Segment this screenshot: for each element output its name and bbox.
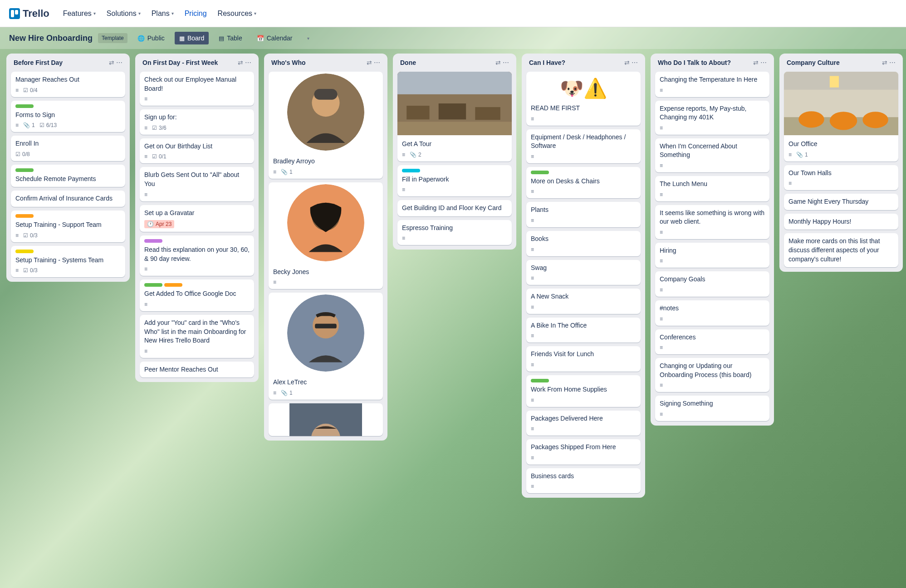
card[interactable]: More on Desks & Chairs ≡ bbox=[526, 167, 641, 199]
card[interactable]: Peer Mentor Reaches Out bbox=[140, 362, 254, 378]
card[interactable]: Alex LeTrec ≡📎 1 bbox=[269, 293, 383, 400]
card[interactable]: Fill in Paperwork ≡ bbox=[397, 165, 512, 197]
card[interactable]: Swag ≡ bbox=[526, 260, 641, 285]
card[interactable]: Read this explanation on your 30, 60, & … bbox=[140, 235, 254, 276]
card[interactable]: A Bike In The Office ≡ bbox=[526, 318, 641, 343]
card[interactable]: Plants ≡ bbox=[526, 202, 641, 227]
more-views-button[interactable]: ▾ bbox=[303, 33, 314, 44]
card[interactable]: Sign up for: ≡☑ 3/6 bbox=[140, 109, 254, 135]
label-yellow[interactable] bbox=[15, 250, 34, 253]
card[interactable] bbox=[269, 403, 383, 436]
card[interactable]: Bradley Arroyo ≡📎 1 bbox=[269, 72, 383, 179]
visibility-button[interactable]: 🌐Public bbox=[133, 32, 169, 44]
description-icon: ≡ bbox=[273, 390, 276, 396]
card[interactable]: The Lunch Menu≡ bbox=[655, 176, 769, 201]
list-actions[interactable]: ⇄⋯ bbox=[238, 59, 251, 66]
card[interactable]: Friends Visit for Lunch ≡ bbox=[526, 346, 641, 372]
card[interactable]: Get Building ID and Floor Key Card bbox=[397, 200, 512, 216]
card[interactable]: Confirm Arrival of Insurance Cards bbox=[11, 191, 125, 207]
card[interactable]: Conferences≡ bbox=[655, 329, 769, 355]
view-board-button[interactable]: ▦Board bbox=[175, 32, 209, 44]
template-badge[interactable]: Template bbox=[98, 33, 127, 43]
card[interactable]: Setup Training - Support Team ≡☑ 0/3 bbox=[11, 211, 125, 242]
card[interactable]: Manager Reaches Out ≡☑ 0/4 bbox=[11, 72, 125, 97]
card[interactable]: Books ≡ bbox=[526, 231, 641, 256]
card[interactable]: Espresso Training ≡ bbox=[397, 220, 512, 245]
card[interactable]: Set up a Gravatar 🕐Apr 23 bbox=[140, 205, 254, 232]
list-talk-to: Who Do I Talk to About? ⇄⋯ Changing the … bbox=[651, 54, 774, 426]
list-title[interactable]: Who's Who bbox=[271, 59, 306, 66]
card[interactable]: Forms to Sign ≡📎 1☑ 6/13 bbox=[11, 101, 125, 132]
card[interactable]: Check out our Employee Manual Board! ≡ bbox=[140, 72, 254, 106]
card[interactable]: Equipment / Desk / Headphones / Software… bbox=[526, 129, 641, 163]
list-title[interactable]: Company Culture bbox=[787, 59, 840, 66]
label-orange[interactable] bbox=[164, 283, 182, 287]
card[interactable]: 🐶⚠️ READ ME FIRST ≡ bbox=[526, 72, 641, 126]
list-title[interactable]: On First Day - First Week bbox=[142, 59, 218, 66]
card[interactable]: Packages Shipped From Here ≡ bbox=[526, 439, 641, 465]
card[interactable]: It seems like something is wrong with ou… bbox=[655, 205, 769, 239]
card-title: Make more cards on this list that discus… bbox=[788, 237, 894, 264]
list-title[interactable]: Done bbox=[400, 59, 416, 66]
card[interactable]: Changing the Temperature In Here≡ bbox=[655, 72, 769, 97]
card[interactable]: #notes≡ bbox=[655, 300, 769, 326]
card-badges: ≡☑ 0/3 bbox=[15, 232, 121, 239]
card[interactable]: Signing Something≡ bbox=[655, 396, 769, 421]
board-title[interactable]: New Hire Onboarding bbox=[9, 34, 93, 43]
label-green[interactable] bbox=[144, 283, 162, 287]
list-actions[interactable]: ⇄⋯ bbox=[882, 59, 896, 66]
card[interactable]: Our Office ≡📎 1 bbox=[784, 72, 898, 162]
list-actions[interactable]: ⇄⋯ bbox=[367, 59, 380, 66]
list-actions[interactable]: ⇄⋯ bbox=[624, 59, 638, 66]
list-title[interactable]: Who Do I Talk to About? bbox=[658, 59, 731, 66]
view-table-button[interactable]: ▤Table bbox=[214, 32, 246, 44]
card[interactable]: Make more cards on this list that discus… bbox=[784, 233, 898, 267]
nav-solutions[interactable]: Solutions▾ bbox=[107, 10, 141, 18]
card[interactable]: Becky Jones ≡ bbox=[269, 182, 383, 289]
card-title: Setup Training - Support Team bbox=[15, 220, 121, 230]
label-green[interactable] bbox=[15, 104, 34, 108]
card[interactable]: Get A Tour ≡📎 2 bbox=[397, 72, 512, 162]
card[interactable]: Our Town Halls ≡ bbox=[784, 165, 898, 191]
list-title[interactable]: Can I Have? bbox=[529, 59, 565, 66]
card[interactable]: Setup Training - Systems Team ≡☑ 0/3 bbox=[11, 246, 125, 278]
card[interactable]: Schedule Remote Payments bbox=[11, 165, 125, 187]
label-green[interactable] bbox=[531, 171, 549, 174]
logo[interactable]: Trello bbox=[9, 8, 49, 20]
list-title[interactable]: Before First Day bbox=[14, 59, 63, 66]
list-actions[interactable]: ⇄⋯ bbox=[109, 59, 122, 66]
label-green[interactable] bbox=[531, 379, 549, 382]
card[interactable]: Business cards ≡ bbox=[526, 468, 641, 494]
card[interactable]: Add your "You" card in the "Who's Who" l… bbox=[140, 315, 254, 358]
card[interactable]: Get on Our Birthday List ≡☑ 0/1 bbox=[140, 138, 254, 164]
list-actions[interactable]: ⇄⋯ bbox=[495, 59, 509, 66]
card[interactable]: Blurb Gets Sent Out to "All" about You ≡ bbox=[140, 167, 254, 201]
more-icon: ⋯ bbox=[503, 59, 509, 66]
card[interactable]: Get Added To Office Google Doc ≡ bbox=[140, 279, 254, 311]
card[interactable]: Company Goals≡ bbox=[655, 271, 769, 297]
view-calendar-button[interactable]: 📅Calendar bbox=[252, 32, 297, 44]
card[interactable]: When I'm Concerned About Something≡ bbox=[655, 138, 769, 172]
card[interactable]: Expense reports, My Pay-stub, Changing m… bbox=[655, 101, 769, 135]
card[interactable]: Hiring≡ bbox=[655, 243, 769, 268]
card[interactable]: Game Night Every Thursday bbox=[784, 194, 898, 210]
card[interactable]: Work From Home Supplies ≡ bbox=[526, 375, 641, 407]
card[interactable]: Enroll In ☑ 0/8 bbox=[11, 136, 125, 161]
list-actions[interactable]: ⇄⋯ bbox=[753, 59, 767, 66]
list-can-i-have: Can I Have? ⇄⋯ 🐶⚠️ READ ME FIRST ≡ Equip… bbox=[522, 54, 645, 498]
card[interactable]: Changing or Updating our Onboarding Proc… bbox=[655, 358, 769, 392]
label-green[interactable] bbox=[15, 168, 34, 172]
description-icon: ≡ bbox=[531, 362, 534, 368]
card[interactable]: Monthly Happy Hours! bbox=[784, 214, 898, 230]
nav-pricing[interactable]: Pricing bbox=[185, 10, 207, 18]
nav-plans[interactable]: Plans▾ bbox=[152, 10, 174, 18]
card[interactable]: Packages Delivered Here ≡ bbox=[526, 411, 641, 436]
label-purple[interactable] bbox=[144, 239, 162, 243]
svg-rect-12 bbox=[439, 103, 466, 119]
label-orange[interactable] bbox=[15, 214, 34, 218]
description-icon: ≡ bbox=[273, 279, 276, 285]
nav-features[interactable]: Features▾ bbox=[63, 10, 96, 18]
card[interactable]: A New Snack ≡ bbox=[526, 289, 641, 314]
label-blue[interactable] bbox=[402, 169, 420, 172]
nav-resources[interactable]: Resources▾ bbox=[218, 10, 256, 18]
